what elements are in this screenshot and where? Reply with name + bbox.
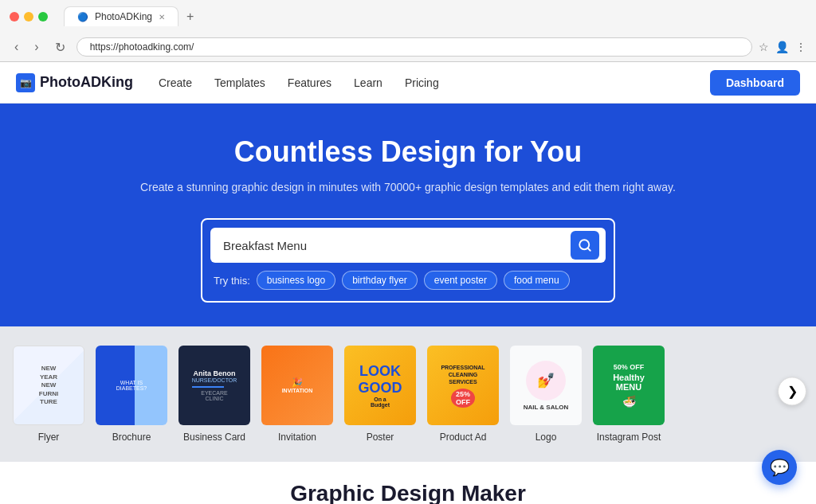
card-brochure[interactable]: WHAT ISDIABETES? Brochure xyxy=(96,346,167,443)
card-product-ad[interactable]: PROFESSIONALCLEANINGSERVICES 25%OFF Prod… xyxy=(427,346,499,443)
cards-section: NEWYEARNEWFURNITURE Flyer WHAT ISDIABETE… xyxy=(0,326,816,462)
account-icon[interactable]: 👤 xyxy=(775,41,789,53)
card-productad-label: Product Ad xyxy=(440,432,487,443)
search-row xyxy=(210,228,606,263)
card-invite-thumb: 🎉 INVITATION xyxy=(261,346,333,425)
card-logo-label: Logo xyxy=(536,432,557,443)
card-productad-thumb: PROFESSIONALCLEANINGSERVICES 25%OFF xyxy=(427,346,499,425)
card-flyer-thumb: NEWYEARNEWFURNITURE xyxy=(13,346,84,425)
new-tab-button[interactable]: + xyxy=(182,10,198,24)
suggestion-birthday-flyer[interactable]: birthday flyer xyxy=(342,271,418,290)
forward-button[interactable]: › xyxy=(29,38,43,56)
site-nav: 📷 PhotoADKing Create Templates Features … xyxy=(0,62,816,104)
chat-button[interactable]: 💬 xyxy=(762,450,797,485)
nav-features[interactable]: Features xyxy=(288,76,332,89)
nav-learn[interactable]: Learn xyxy=(354,76,382,89)
next-button[interactable]: ❯ xyxy=(778,377,806,406)
menu-icon[interactable]: ⋮ xyxy=(795,41,806,53)
hero-section: Countless Design for You Create a stunni… xyxy=(0,104,816,326)
card-flyer[interactable]: NEWYEARNEWFURNITURE Flyer xyxy=(13,346,84,443)
suggestion-event-poster[interactable]: event poster xyxy=(424,271,497,290)
cards-row: NEWYEARNEWFURNITURE Flyer WHAT ISDIABETE… xyxy=(13,346,803,443)
search-suggestions: Try this: business logo birthday flyer e… xyxy=(210,263,606,293)
suggestion-business-logo[interactable]: business logo xyxy=(257,271,335,290)
browser-tab[interactable]: 🔵 PhotoADKing ✕ xyxy=(64,6,178,26)
logo-text: PhotoADKing xyxy=(40,74,133,91)
logo-icon: 📷 xyxy=(16,73,35,92)
nav-create[interactable]: Create xyxy=(159,76,192,89)
tab-bar: 🔵 PhotoADKing ✕ + xyxy=(64,6,806,26)
logo[interactable]: 📷 PhotoADKing xyxy=(16,73,133,92)
try-this-label: Try this: xyxy=(214,275,250,287)
search-icon xyxy=(578,238,592,252)
next-icon: ❯ xyxy=(787,384,798,399)
bottom-title: Graphic Design Maker xyxy=(16,481,800,504)
nav-templates[interactable]: Templates xyxy=(214,76,265,89)
close-window-button[interactable] xyxy=(10,12,19,21)
browser-toolbar: ‹ › ↻ https://photoadking.com/ ☆ 👤 ⋮ xyxy=(0,33,816,61)
back-button[interactable]: ‹ xyxy=(10,38,23,56)
card-logo-thumb: 💅 NAIL & SALON xyxy=(510,346,582,425)
svg-line-1 xyxy=(587,248,590,251)
card-bizcard-label: Business Card xyxy=(183,432,245,443)
nav-pricing[interactable]: Pricing xyxy=(405,76,439,89)
card-brochure-label: Brochure xyxy=(112,432,151,443)
card-bizcard-thumb: Anita Benon NURSE/DOCTOR EYECARECLINIC xyxy=(178,346,250,425)
bottom-section: Graphic Design Maker Make professional g… xyxy=(0,462,816,504)
suggestion-food-menu[interactable]: food menu xyxy=(504,271,570,290)
hero-subtitle: Create a stunning graphic design in minu… xyxy=(16,178,800,196)
maximize-window-button[interactable] xyxy=(38,12,48,21)
refresh-button[interactable]: ↻ xyxy=(50,38,70,57)
bookmark-icon[interactable]: ☆ xyxy=(759,41,769,53)
browser-chrome: 🔵 PhotoADKing ✕ + ‹ › ↻ https://photoadk… xyxy=(0,0,816,62)
dashboard-button[interactable]: Dashboard xyxy=(710,70,800,96)
tab-title: PhotoADKing xyxy=(95,11,152,22)
nav-links: Create Templates Features Learn Pricing xyxy=(159,76,710,89)
minimize-window-button[interactable] xyxy=(24,12,33,21)
card-flyer-label: Flyer xyxy=(38,432,60,443)
tab-favicon: 🔵 xyxy=(77,12,88,22)
url-text: https://photoadking.com/ xyxy=(90,41,194,53)
search-input[interactable] xyxy=(217,234,571,257)
browser-titlebar: 🔵 PhotoADKing ✕ + xyxy=(0,0,816,33)
card-instagram-label: Instagram Post xyxy=(597,432,661,443)
tab-close-icon[interactable]: ✕ xyxy=(159,13,165,21)
card-poster-label: Poster xyxy=(367,432,394,443)
card-brochure-thumb: WHAT ISDIABETES? xyxy=(96,346,167,425)
card-poster[interactable]: LOOKGOOD On a Budget Poster xyxy=(344,346,416,443)
card-invitation[interactable]: 🎉 INVITATION Invitation xyxy=(261,346,333,443)
search-container: Try this: business logo birthday flyer e… xyxy=(201,218,615,303)
search-button[interactable] xyxy=(571,231,599,260)
card-instagram-thumb: 50% OFF HealthyMENU 🍜 xyxy=(593,346,665,425)
card-business-card[interactable]: Anita Benon NURSE/DOCTOR EYECARECLINIC B… xyxy=(178,346,250,443)
toolbar-icons: ☆ 👤 ⋮ xyxy=(759,41,806,53)
logo-icon-text: 📷 xyxy=(20,77,32,88)
url-bar[interactable]: https://photoadking.com/ xyxy=(76,37,752,57)
hero-title: Countless Design for You xyxy=(16,135,800,169)
window-controls xyxy=(10,12,48,21)
chat-icon: 💬 xyxy=(770,458,790,477)
card-instagram[interactable]: 50% OFF HealthyMENU 🍜 Instagram Post xyxy=(593,346,665,443)
card-logo[interactable]: 💅 NAIL & SALON Logo xyxy=(510,346,582,443)
card-invite-label: Invitation xyxy=(278,432,316,443)
card-poster-thumb: LOOKGOOD On a Budget xyxy=(344,346,416,425)
